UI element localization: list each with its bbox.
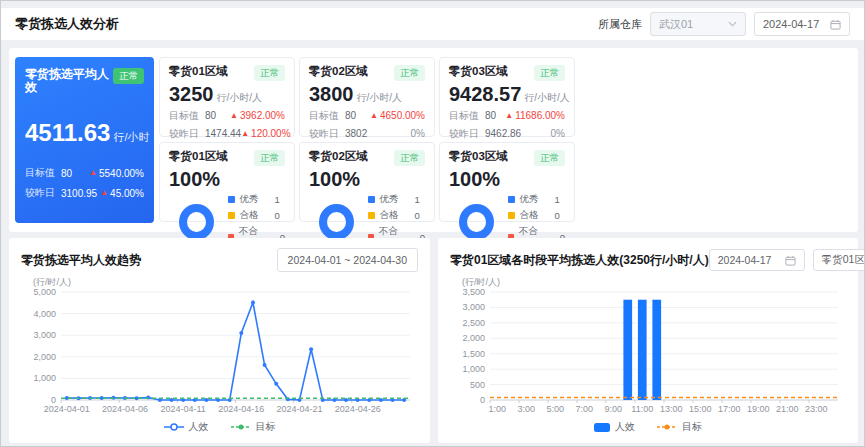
legend-item-renxiao[interactable]: 人效 (594, 420, 635, 434)
hourly-panel-title: 零货01区域各时段平均拣选人效(3250行/小时/人) (450, 252, 709, 269)
legend-item-renxiao[interactable]: 人效 (164, 420, 209, 434)
area-card-title: 零货01区域 (169, 65, 228, 78)
legend-item-mubiao[interactable]: 目标 (231, 420, 276, 434)
dashed-line-icon (231, 423, 251, 431)
svg-text:2024-04-21: 2024-04-21 (276, 404, 322, 414)
date-range-value: 2024-04-01 ~ 2024-04-30 (288, 254, 407, 266)
trend-line-chart: 01,0002,0003,0004,0005,0002024-04-012024… (21, 276, 418, 416)
svg-text:0: 0 (480, 395, 485, 405)
yellow-square-icon (508, 212, 515, 219)
legend-item-qualified[interactable]: 合格0 (368, 209, 425, 222)
area-card-title: 零货02区域 (309, 65, 368, 78)
area-card-01: 零货01区域 正常 3250行/小时/人 目标值80 ▲3962.00% 较昨日… (159, 57, 295, 137)
svg-text:(行/时/人): (行/时/人) (462, 277, 500, 287)
vs-yesterday-row: 较昨日3100.95 ▲45.00% (25, 186, 144, 200)
svg-text:2024-04-11: 2024-04-11 (160, 404, 205, 414)
svg-text:19:00: 19:00 (747, 404, 770, 414)
area-metric-unit: 行/小时/人 (357, 92, 403, 103)
summary-metric-unit: 行/小时 (113, 131, 149, 143)
rate-card-title: 零货02区域 (309, 150, 368, 163)
svg-text:2,500: 2,500 (462, 318, 485, 328)
up-triangle-icon: ▲ (505, 112, 513, 120)
hourly-date-value: 2024-04-17 (718, 254, 772, 266)
trend-panel: 零货拣选平均人效趋势 2024-04-01 ~ 2024-04-30 01,00… (9, 238, 430, 443)
rate-value: 100% (309, 169, 425, 189)
status-badge: 正常 (394, 65, 425, 81)
svg-text:1,000: 1,000 (33, 373, 56, 383)
area-metric-value: 3250行/小时/人 (169, 83, 285, 105)
svg-text:1:00: 1:00 (488, 404, 506, 414)
hourly-legend: 人效 目标 (450, 418, 846, 436)
up-triangle-icon: ▲ (89, 169, 97, 177)
status-badge: 正常 (394, 150, 425, 166)
legend-item-qualified[interactable]: 合格0 (228, 209, 285, 222)
trend-panel-title: 零货拣选平均人效趋势 (21, 252, 141, 269)
svg-text:3:00: 3:00 (517, 404, 535, 414)
area-metric-value: 3800行/小时/人 (309, 83, 425, 105)
rate-card-title: 零货01区域 (169, 150, 228, 163)
dashed-line-icon (657, 423, 677, 431)
area-metric-unit: 行/小时/人 (524, 92, 570, 103)
status-badge: 正常 (534, 150, 565, 166)
warehouse-select[interactable]: 武汉01 (650, 12, 746, 36)
date-picker-value: 2024-04-17 (763, 18, 819, 30)
rate-card-02: 零货02区域 正常 100% 优秀1 合格0 不合格0 (299, 142, 435, 222)
svg-text:23:00: 23:00 (805, 404, 828, 414)
summary-card-title: 零货拣选平均人效 (25, 68, 113, 94)
yellow-square-icon (368, 212, 375, 219)
trend-legend: 人效 目标 (21, 418, 418, 436)
rate-card-01: 零货01区域 正常 100% 优秀1 合格0 不合格0 (159, 142, 295, 222)
kpi-cards-panel: 零货拣选平均人效 正常 4511.63行/小时 目标值80 ▲5540.00% … (9, 48, 858, 232)
blue-square-icon (368, 196, 375, 203)
date-picker[interactable]: 2024-04-17 (754, 12, 850, 36)
top-bar: 零货拣选人效分析 所属仓库 武汉01 2024-04-17 (1, 8, 864, 40)
svg-text:2,000: 2,000 (33, 352, 56, 362)
area-select[interactable]: 零货01区域 (813, 249, 865, 271)
svg-text:1,500: 1,500 (462, 349, 485, 359)
calendar-icon (785, 255, 796, 266)
svg-text:21:00: 21:00 (776, 404, 799, 414)
top-bar-filters: 所属仓库 武汉01 2024-04-17 (598, 12, 850, 36)
svg-text:5,000: 5,000 (33, 287, 56, 297)
svg-text:2024-04-01: 2024-04-01 (44, 404, 90, 414)
svg-text:2024-04-06: 2024-04-06 (102, 404, 148, 414)
donut-chart (459, 204, 494, 240)
svg-text:(行/时/人): (行/时/人) (33, 277, 71, 287)
rate-value: 100% (169, 169, 285, 189)
up-triangle-icon: ▲ (100, 189, 108, 197)
vs-yesterday-row: 较昨日1474.44 ▲120.00% (169, 127, 285, 141)
hourly-date-picker[interactable]: 2024-04-17 (709, 249, 805, 271)
rate-card-title: 零货03区域 (449, 150, 508, 163)
line-marker-icon (164, 423, 184, 431)
legend-item-excellent[interactable]: 优秀1 (368, 193, 425, 206)
target-row: 目标值80 ▲11686.00% (449, 109, 565, 123)
target-row: 目标值80 ▲4650.00% (309, 109, 425, 123)
chevron-down-icon (728, 21, 737, 27)
date-range-picker[interactable]: 2024-04-01 ~ 2024-04-30 (277, 248, 418, 272)
vs-yesterday-row: 较昨日9462.86 0% (449, 127, 565, 141)
svg-text:500: 500 (470, 380, 485, 390)
status-badge: 正常 (113, 68, 144, 84)
svg-text:3,000: 3,000 (33, 330, 56, 340)
svg-text:7:00: 7:00 (575, 404, 593, 414)
area-card-02: 零货02区域 正常 3800行/小时/人 目标值80 ▲4650.00% 较昨日… (299, 57, 435, 137)
legend-item-excellent[interactable]: 优秀1 (508, 193, 565, 206)
svg-text:3,500: 3,500 (462, 287, 485, 297)
donut-chart (319, 204, 354, 240)
warehouse-label: 所属仓库 (598, 17, 642, 32)
area-card-title: 零货03区域 (449, 65, 508, 78)
svg-text:2024-04-26: 2024-04-26 (335, 404, 381, 414)
legend-item-excellent[interactable]: 优秀1 (228, 193, 285, 206)
legend-item-qualified[interactable]: 合格0 (508, 209, 565, 222)
summary-metric-value: 4511.63行/小时 (25, 120, 144, 146)
svg-text:3,000: 3,000 (462, 302, 485, 312)
status-badge: 正常 (534, 65, 565, 81)
hourly-panel: 零货01区域各时段平均拣选人效(3250行/小时/人) 2024-04-17 零… (438, 238, 858, 443)
svg-text:15:00: 15:00 (689, 404, 712, 414)
dashboard: 零货拣选人效分析 所属仓库 武汉01 2024-04-17 零货拣选平均人效 正… (0, 0, 865, 447)
svg-text:4,000: 4,000 (33, 309, 56, 319)
svg-text:2024-04-16: 2024-04-16 (218, 404, 264, 414)
svg-text:11:00: 11:00 (631, 404, 653, 414)
legend-item-mubiao[interactable]: 目标 (657, 420, 702, 434)
page-title: 零货拣选人效分析 (15, 15, 119, 33)
